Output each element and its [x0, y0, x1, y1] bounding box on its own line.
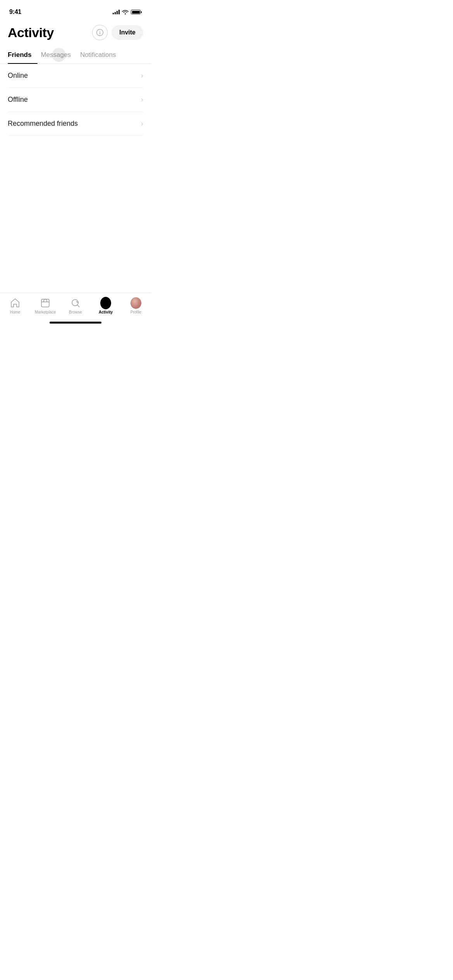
status-time: 9:41	[9, 9, 21, 15]
signal-icon	[113, 10, 120, 14]
header-actions: Invite	[92, 25, 143, 40]
marketplace-icon	[40, 298, 51, 308]
page-title: Activity	[8, 25, 54, 40]
nav-profile[interactable]: Profile	[121, 296, 151, 316]
chevron-right-icon: ›	[141, 96, 143, 104]
browse-icon	[70, 298, 81, 308]
tab-messages[interactable]: Messages	[41, 46, 77, 63]
tab-friends[interactable]: Friends	[8, 46, 38, 63]
battery-icon	[131, 10, 142, 14]
svg-rect-2	[41, 299, 49, 307]
nav-home[interactable]: Home	[0, 296, 30, 316]
tabs-container: Friends Messages Notifications	[0, 46, 151, 64]
chevron-right-icon: ›	[141, 120, 143, 128]
home-icon	[10, 298, 21, 308]
list-item-offline[interactable]: Offline ›	[8, 88, 143, 112]
profile-avatar-icon	[130, 298, 141, 308]
tabs: Friends Messages Notifications	[0, 46, 151, 63]
page-header: Activity Invite	[0, 19, 151, 45]
list-item-recommended[interactable]: Recommended friends ›	[8, 112, 143, 136]
info-icon	[96, 29, 104, 36]
status-icons	[113, 10, 142, 14]
info-button[interactable]	[92, 25, 108, 40]
tab-notifications[interactable]: Notifications	[80, 46, 122, 63]
friends-list: Online › Offline › Recommended friends ›	[0, 64, 151, 136]
nav-marketplace[interactable]: Marketplace	[30, 296, 60, 316]
activity-icon	[100, 298, 111, 308]
svg-point-3	[72, 300, 78, 306]
nav-browse[interactable]: Browse	[60, 296, 91, 316]
invite-button[interactable]: Invite	[112, 25, 143, 40]
status-bar: 9:41	[0, 0, 151, 19]
chevron-right-icon: ›	[141, 72, 143, 80]
nav-activity[interactable]: Activity	[91, 296, 121, 316]
svg-point-1	[100, 31, 100, 31]
wifi-icon	[122, 10, 129, 14]
home-indicator	[50, 322, 101, 324]
list-item-online[interactable]: Online ›	[8, 64, 143, 88]
